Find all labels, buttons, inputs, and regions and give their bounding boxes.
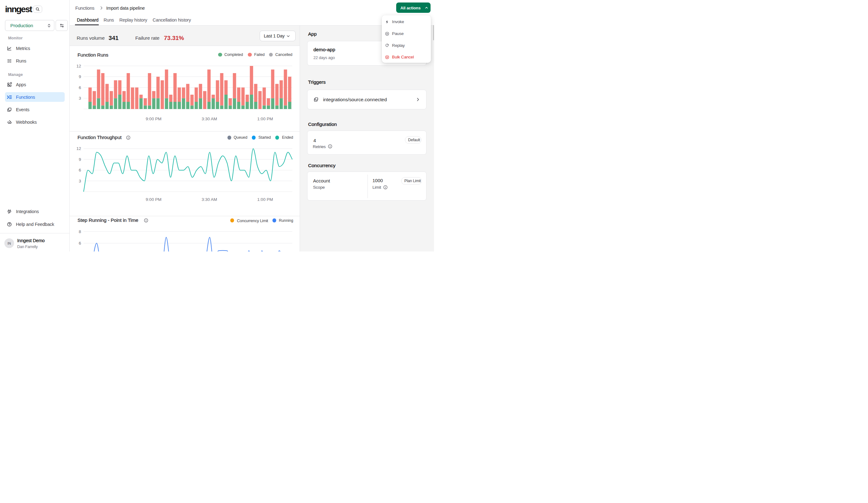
svg-text:9:00 PM: 9:00 PM [146,116,161,121]
svg-text:12: 12 [76,64,81,69]
svg-text:9:00 PM: 9:00 PM [146,197,161,202]
svg-text:6: 6 [79,241,81,246]
svg-text:6: 6 [79,85,81,90]
svg-text:6: 6 [79,168,81,173]
svg-text:9: 9 [79,74,81,79]
svg-text:1:00 PM: 1:00 PM [257,116,273,121]
svg-text:9: 9 [79,157,81,162]
svg-text:12: 12 [76,146,81,151]
svg-text:1:00 PM: 1:00 PM [257,197,273,202]
svg-text:3: 3 [79,179,81,183]
svg-text:3:30 AM: 3:30 AM [202,197,217,202]
svg-text:3: 3 [79,96,81,101]
svg-text:3:30 AM: 3:30 AM [202,116,217,121]
svg-text:8: 8 [79,229,81,234]
